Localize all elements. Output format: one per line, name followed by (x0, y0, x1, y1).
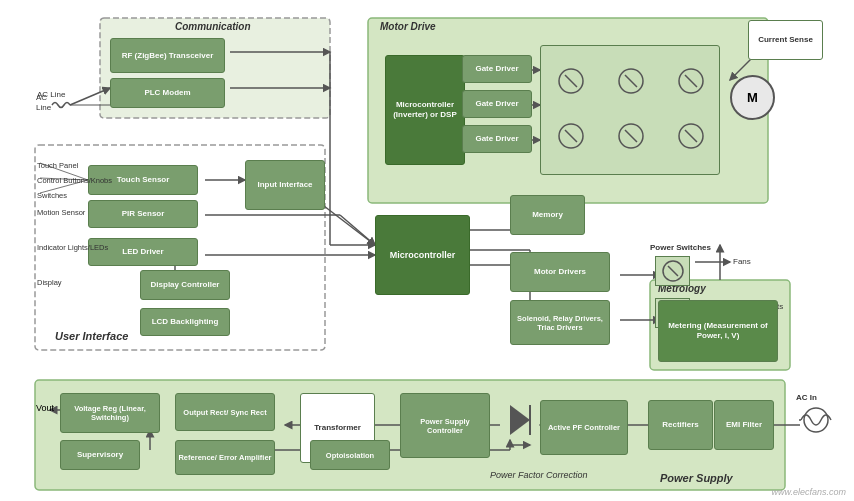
svg-line-72 (668, 266, 678, 276)
svg-text:Power Supply: Power Supply (660, 472, 734, 484)
main-microcontroller-block: Microcontroller (375, 215, 470, 295)
optoisolation-block: Optoisolation (310, 440, 390, 470)
pir-sensor-block: PIR Sensor (88, 200, 198, 228)
solenoid-block: Solenoid, Relay Drivers, Triac Drivers (510, 300, 610, 345)
switch-matrix (540, 45, 720, 175)
memory-block: Memory (510, 195, 585, 235)
svg-text:Communication: Communication (175, 21, 251, 32)
display-controller-block: Display Controller (140, 270, 230, 300)
svg-line-18 (340, 215, 375, 245)
svg-line-64 (685, 75, 697, 87)
plc-modem-block: PLC Modem (110, 78, 225, 108)
metrology-block: Metering (Measurement of Power, i, V) (658, 300, 778, 362)
motor-drivers-block: Motor Drivers (510, 252, 610, 292)
svg-line-68 (625, 130, 637, 142)
svg-line-62 (625, 75, 637, 87)
power-switches-label: Power Switches (650, 243, 711, 252)
current-sense-block: Current Sense (748, 20, 823, 60)
svg-text:Power Factor Correction: Power Factor Correction (490, 470, 588, 480)
svg-point-79 (804, 408, 828, 432)
svg-line-54 (70, 88, 110, 105)
touch-panel-label: Touch Panel (37, 158, 112, 173)
watermark: www.elecfans.com (771, 487, 846, 497)
power-switch-1 (655, 256, 690, 286)
svg-text:User Interface: User Interface (55, 330, 128, 342)
ui-labels-2: Motion Sensor (37, 205, 85, 222)
control-buttons-label: Control Buttons/Knobs (37, 173, 112, 188)
vout-label: Vout (36, 403, 54, 413)
gate-driver-1-block: Gate Driver (462, 55, 532, 83)
fans-label: Fans (733, 257, 751, 266)
emi-filter-block: EMI Filter (714, 400, 774, 450)
input-interface-block: Input Interface (245, 160, 325, 210)
svg-text:Line: Line (36, 103, 52, 112)
lcd-backlighting-block: LCD Backlighting (140, 308, 230, 336)
active-pf-block: Active PF Controller (540, 400, 628, 455)
mcu-dsp-block: Microcontroller (Inverter) or DSP (385, 55, 465, 165)
switches-label: Switches (37, 188, 112, 203)
ref-error-amp-block: Reference/ Error Amplifier (175, 440, 275, 475)
motor-symbol: M (730, 75, 775, 120)
svg-marker-75 (510, 405, 530, 435)
output-rect-block: Output Rect/ Sync Rect (175, 393, 275, 431)
svg-line-60 (565, 75, 577, 87)
ac-in-label: AC In (796, 393, 817, 402)
supervisory-block: Supervisory (60, 440, 140, 470)
hbridge-svg (541, 46, 721, 176)
indicator-lights-label: Indicator Lights/LEDs (37, 240, 108, 257)
gate-driver-3-block: Gate Driver (462, 125, 532, 153)
svg-text:Motor Drive: Motor Drive (380, 21, 436, 32)
diode-area (505, 395, 535, 460)
svg-line-70 (685, 130, 697, 142)
psc-block: Power Supply Controller (400, 393, 490, 458)
gate-driver-2-block: Gate Driver (462, 90, 532, 118)
motion-sensor-label: Motion Sensor (37, 205, 85, 222)
voltage-reg-block: Voltage Reg (Linear, Switching) (60, 393, 160, 433)
ac-in-symbol (796, 405, 836, 435)
diagram-container: Communication User Interface Motor Drive… (0, 0, 854, 501)
rectifiers-block: Rectifiers (648, 400, 713, 450)
rf-transceiver-block: RF (ZigBee) Transceiver (110, 38, 225, 73)
display-label: Display (37, 278, 62, 287)
ac-line-label: AC Line (37, 90, 65, 99)
ui-labels-3: Indicator Lights/LEDs (37, 240, 108, 257)
ui-labels: Touch Panel Control Buttons/Knobs Switch… (37, 158, 112, 203)
svg-line-66 (565, 130, 577, 142)
